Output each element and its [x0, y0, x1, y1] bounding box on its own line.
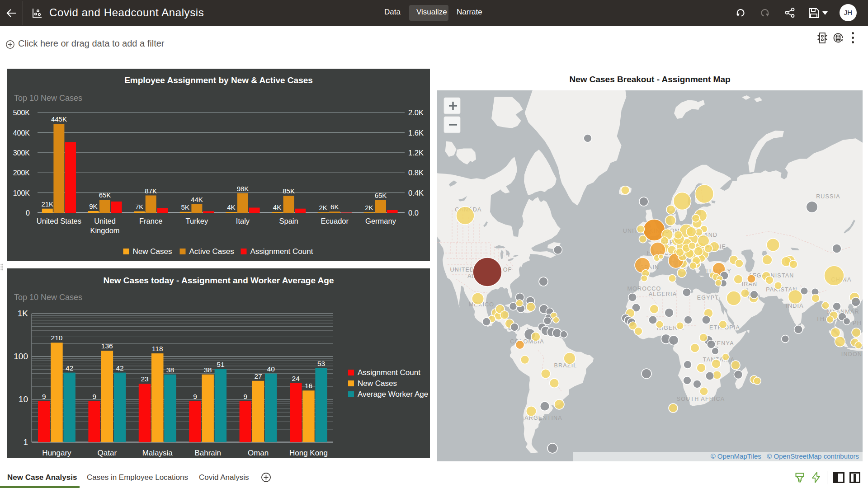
svg-text:ALGERIA: ALGERIA — [649, 291, 677, 297]
svg-text:Kingdom: Kingdom — [90, 226, 119, 235]
svg-text:Employee Assignment by New & A: Employee Assignment by New & Active Case… — [124, 75, 313, 85]
svg-text:© OpenMapTiles © OpenStreetM: © OpenMapTiles © OpenStreetMap contribut… — [711, 452, 859, 460]
svg-text:0.8K: 0.8K — [408, 169, 424, 177]
svg-text:2K: 2K — [365, 204, 373, 211]
svg-text:445K: 445K — [51, 115, 67, 123]
svg-text:EGYPT: EGYPT — [697, 295, 719, 301]
svg-text:Qatar: Qatar — [98, 449, 117, 457]
svg-text:100K: 100K — [13, 189, 30, 197]
svg-text:65K: 65K — [375, 192, 387, 199]
svg-text:300K: 300K — [13, 149, 30, 157]
svg-text:Hungary: Hungary — [42, 449, 71, 457]
svg-text:98K: 98K — [237, 185, 249, 192]
svg-text:New Cases: New Cases — [358, 379, 397, 388]
svg-text:210: 210 — [51, 334, 63, 342]
svg-text:400K: 400K — [13, 129, 30, 137]
svg-text:100: 100 — [14, 352, 28, 361]
svg-text:Hong Kong: Hong Kong — [289, 449, 328, 457]
svg-text:53: 53 — [317, 360, 325, 367]
svg-text:200K: 200K — [13, 169, 30, 177]
svg-text:23: 23 — [141, 375, 148, 383]
svg-text:Ecuador: Ecuador — [321, 217, 349, 225]
svg-text:44K: 44K — [191, 196, 203, 203]
svg-text:Oman: Oman — [248, 449, 269, 457]
svg-text:4K: 4K — [273, 203, 281, 211]
svg-text:1: 1 — [23, 437, 28, 447]
svg-text:7K: 7K — [135, 203, 143, 211]
svg-text:Average Worker Age: Average Worker Age — [358, 390, 428, 399]
svg-text:Spain: Spain — [279, 217, 298, 225]
svg-text:2K: 2K — [319, 204, 327, 211]
svg-text:France: France — [139, 217, 162, 225]
svg-text:Top 10 New Cases: Top 10 New Cases — [14, 94, 82, 103]
svg-text:85K: 85K — [283, 187, 295, 195]
svg-text:38: 38 — [166, 366, 174, 374]
svg-text:16: 16 — [305, 382, 312, 389]
svg-text:4K: 4K — [227, 203, 235, 211]
svg-text:SOUTH AFRICA: SOUTH AFRICA — [677, 396, 725, 402]
svg-text:United: United — [94, 217, 116, 225]
svg-text:40: 40 — [267, 365, 275, 373]
svg-text:42: 42 — [66, 364, 73, 372]
svg-text:1K: 1K — [18, 309, 28, 318]
svg-text:9: 9 — [92, 393, 96, 400]
svg-text:51: 51 — [217, 361, 224, 368]
svg-text:9: 9 — [42, 393, 46, 400]
svg-text:1.2K: 1.2K — [408, 149, 424, 157]
svg-text:9: 9 — [193, 393, 197, 400]
svg-text:38: 38 — [204, 366, 212, 374]
svg-text:Assignment Count: Assignment Count — [358, 368, 420, 377]
svg-text:KENYA: KENYA — [712, 340, 734, 347]
svg-text:New Cases: New Cases — [133, 247, 172, 256]
svg-text:0.4K: 0.4K — [408, 189, 424, 197]
svg-text:Top 10 New Cases: Top 10 New Cases — [14, 293, 82, 302]
svg-text:136: 136 — [101, 342, 113, 350]
svg-text:5K: 5K — [181, 203, 189, 211]
svg-text:118: 118 — [152, 345, 163, 352]
svg-text:27: 27 — [254, 372, 262, 380]
svg-text:BRAZIL: BRAZIL — [554, 362, 577, 369]
svg-text:1.6K: 1.6K — [408, 129, 424, 137]
svg-text:INDON: INDON — [841, 351, 862, 357]
svg-text:Assignment Count: Assignment Count — [250, 247, 313, 256]
svg-text:New Cases today - Assignment a: New Cases today - Assignment and Worker … — [104, 276, 334, 285]
svg-text:42: 42 — [116, 364, 123, 372]
svg-text:87K: 87K — [145, 187, 157, 195]
svg-text:Active Cases: Active Cases — [189, 247, 234, 256]
svg-text:2.0K: 2.0K — [408, 108, 424, 117]
svg-text:Bahrain: Bahrain — [194, 449, 221, 457]
svg-text:9K: 9K — [89, 202, 97, 210]
svg-text:Malaysia: Malaysia — [142, 449, 173, 457]
svg-text:PH: PH — [853, 320, 862, 326]
svg-text:10: 10 — [19, 394, 28, 404]
svg-text:6K: 6K — [330, 203, 339, 211]
svg-text:500K: 500K — [13, 109, 30, 117]
svg-text:RUSSIA: RUSSIA — [816, 193, 840, 200]
svg-text:United States: United States — [37, 217, 81, 225]
svg-text:Italy: Italy — [236, 217, 250, 225]
svg-text:Turkey: Turkey — [185, 217, 208, 225]
svg-text:Germany: Germany — [365, 217, 396, 225]
svg-text:9: 9 — [244, 393, 248, 400]
svg-text:0: 0 — [26, 209, 30, 217]
svg-text:24: 24 — [292, 375, 300, 382]
svg-text:0.0: 0.0 — [408, 209, 419, 217]
svg-text:21K: 21K — [41, 200, 53, 208]
svg-text:65K: 65K — [99, 191, 111, 199]
